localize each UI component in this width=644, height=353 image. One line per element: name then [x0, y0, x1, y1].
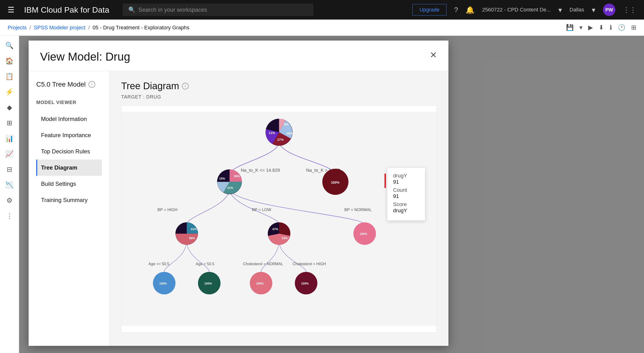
- workspace-label[interactable]: 2560722 - CPD Content De...: [482, 7, 550, 13]
- svg-text:100%: 100%: [301, 282, 309, 285]
- svg-text:Cholesterol = HIGH: Cholesterol = HIGH: [293, 262, 326, 266]
- svg-text:BP = LOW: BP = LOW: [252, 208, 271, 212]
- nav-item-build-settings[interactable]: Build Settings: [36, 176, 102, 192]
- chevron-down-icon[interactable]: ▾: [579, 24, 582, 31]
- workspace-chevron[interactable]: ▾: [558, 6, 562, 14]
- svg-text:46%: 46%: [287, 132, 293, 135]
- search-icon: 🔍: [128, 6, 136, 13]
- svg-text:Age <= 50.5: Age <= 50.5: [148, 262, 169, 266]
- sidebar-chart-icon[interactable]: 📊: [5, 134, 14, 142]
- share-icon[interactable]: ⊞: [631, 24, 636, 31]
- svg-text:100%: 100%: [204, 282, 212, 285]
- nav-item-feature-importance[interactable]: Feature Importance: [36, 127, 102, 143]
- svg-text:Na_to_K <= 14.829: Na_to_K <= 14.829: [241, 168, 280, 173]
- notification-icon[interactable]: 🔔: [466, 6, 474, 14]
- nav-item-training-summary[interactable]: Training Summary: [36, 192, 102, 208]
- close-button[interactable]: ✕: [430, 50, 437, 60]
- modal-body: C5.0 Tree Model i MODEL VIEWER Model Inf…: [28, 71, 448, 346]
- svg-text:100%: 100%: [256, 282, 264, 285]
- nav-right: Upgrade ? 🔔 2560722 - CPD Content De... …: [412, 4, 636, 16]
- svg-text:15%: 15%: [219, 177, 225, 180]
- svg-text:21%: 21%: [227, 186, 233, 190]
- page-layout: 🔍 🏠 📋 ⚡ ◆ ⊞ 📊 📈 ⊟ 📉 ⚙ ⋮ View Model: Drug…: [0, 36, 644, 353]
- download-icon[interactable]: ⬇: [599, 24, 604, 31]
- model-type-label: C5.0 Tree Model i: [36, 80, 102, 88]
- nav-item-tree-diagram[interactable]: Tree Diagram: [36, 160, 102, 176]
- target-label: TARGET : DRUG: [121, 94, 437, 100]
- avatar[interactable]: PW: [603, 4, 616, 16]
- tree-canvas: Na_to_K <= 14.829 Na_to_K > 14.82 BP = H…: [121, 106, 437, 332]
- svg-text:11%: 11%: [269, 131, 275, 135]
- nav-item-top-decision-rules[interactable]: Top Decision Rules: [36, 143, 102, 160]
- modal-overlay: View Model: Drug ✕ C5.0 Tree Model i MOD…: [19, 36, 644, 353]
- model-viewer-label: MODEL VIEWER: [36, 100, 102, 105]
- svg-text:100%: 100%: [331, 180, 340, 184]
- tree-diagram-title: Tree Diagram i: [121, 80, 437, 91]
- svg-text:8%: 8%: [284, 122, 288, 126]
- main-content: View Model: Drug ✕ C5.0 Tree Model i MOD…: [19, 36, 644, 353]
- location-chevron[interactable]: ▾: [592, 6, 595, 14]
- location-label[interactable]: Dallas: [570, 7, 584, 13]
- breadcrumb-current: 05 - Drug Treatment - Exploratory Graphs: [92, 24, 190, 31]
- svg-text:59%: 59%: [189, 236, 195, 240]
- svg-text:47%: 47%: [272, 228, 278, 231]
- tooltip-indicator: [384, 174, 386, 188]
- tooltip-score-value: drugY: [393, 208, 419, 214]
- breadcrumb-bar: Projects / SPSS Modeler project / 05 - D…: [0, 20, 644, 36]
- top-nav: ☰ IBM Cloud Pak for Data 🔍 Search in you…: [0, 0, 644, 20]
- upgrade-button[interactable]: Upgrade: [412, 4, 446, 16]
- tooltip-score-row: Score drugY: [393, 201, 419, 214]
- sidebar-table-icon[interactable]: ⊟: [7, 166, 12, 174]
- app-title: IBM Cloud Pak for Data: [24, 5, 109, 14]
- svg-text:BP = NORMAL: BP = NORMAL: [344, 208, 372, 212]
- nav-item-model-information[interactable]: Model Information: [36, 111, 102, 127]
- tooltip-drug-value: 91: [393, 179, 419, 185]
- search-bar[interactable]: 🔍 Search in your workspaces: [122, 4, 314, 16]
- svg-text:100%: 100%: [159, 282, 167, 285]
- svg-text:41%: 41%: [191, 228, 197, 231]
- model-info-icon[interactable]: i: [88, 81, 95, 88]
- sidebar-home-icon[interactable]: 🏠: [5, 57, 14, 65]
- model-sidebar: C5.0 Tree Model i MODEL VIEWER Model Inf…: [28, 71, 110, 346]
- tooltip-count-label: Count: [393, 187, 419, 193]
- modal-title: View Model: Drug: [40, 50, 130, 63]
- breadcrumb-project[interactable]: SPSS Modeler project: [34, 24, 86, 31]
- breadcrumb-projects[interactable]: Projects: [8, 24, 26, 31]
- svg-text:BP = HIGH: BP = HIGH: [158, 208, 178, 212]
- modal: View Model: Drug ✕ C5.0 Tree Model i MOD…: [28, 40, 448, 346]
- history-icon[interactable]: 🕐: [618, 24, 626, 31]
- info-icon[interactable]: ℹ: [610, 24, 612, 31]
- grid-icon[interactable]: ⋮⋮: [623, 6, 636, 14]
- sidebar-grid-icon[interactable]: ⋮: [6, 212, 13, 220]
- search-placeholder: Search in your workspaces: [138, 6, 207, 13]
- breadcrumb-sep-2: /: [88, 24, 90, 31]
- help-icon[interactable]: ?: [454, 6, 458, 14]
- sidebar-terminal-icon[interactable]: ⊞: [7, 119, 12, 127]
- svg-text:50%: 50%: [234, 174, 240, 178]
- sidebar-graph-icon[interactable]: 📈: [5, 150, 14, 158]
- svg-text:27%: 27%: [277, 138, 284, 142]
- hamburger-icon[interactable]: ☰: [8, 5, 14, 14]
- tooltip-count-row: Count 91: [393, 187, 419, 200]
- sidebar-search-icon[interactable]: 🔍: [5, 42, 14, 49]
- tooltip-count-value: 91: [393, 193, 419, 200]
- modal-header: View Model: Drug ✕: [28, 40, 448, 71]
- sidebar-data-icon[interactable]: 📉: [5, 181, 14, 189]
- svg-text:100%: 100%: [360, 232, 367, 236]
- sidebar-diamond-icon[interactable]: ◆: [7, 104, 12, 112]
- tooltip-score-label: Score: [393, 201, 419, 208]
- breadcrumb-actions: 💾 ▾ ▶ ⬇ ℹ 🕐 ⊞: [566, 24, 636, 31]
- tree-diagram-info-icon[interactable]: i: [182, 83, 189, 90]
- sidebar-cog-icon[interactable]: ⚙: [6, 196, 12, 204]
- node-tooltip: drugY 91 Count 91 Score drugY: [387, 168, 425, 220]
- app-sidebar: 🔍 🏠 📋 ⚡ ◆ ⊞ 📊 📈 ⊟ 📉 ⚙ ⋮: [0, 36, 19, 353]
- svg-text:Cholesterol = NORMAL: Cholesterol = NORMAL: [243, 262, 283, 266]
- tree-area: Tree Diagram i TARGET : DRUG: [110, 71, 448, 346]
- save-icon[interactable]: 💾: [566, 24, 574, 31]
- run-icon[interactable]: ▶: [588, 24, 593, 31]
- tooltip-drug-row: drugY 91: [393, 173, 419, 185]
- svg-text:Age > 50.5: Age > 50.5: [196, 262, 214, 266]
- breadcrumb-sep-1: /: [29, 24, 31, 31]
- sidebar-catalog-icon[interactable]: 📋: [5, 72, 14, 80]
- sidebar-filter-icon[interactable]: ⚡: [5, 88, 14, 96]
